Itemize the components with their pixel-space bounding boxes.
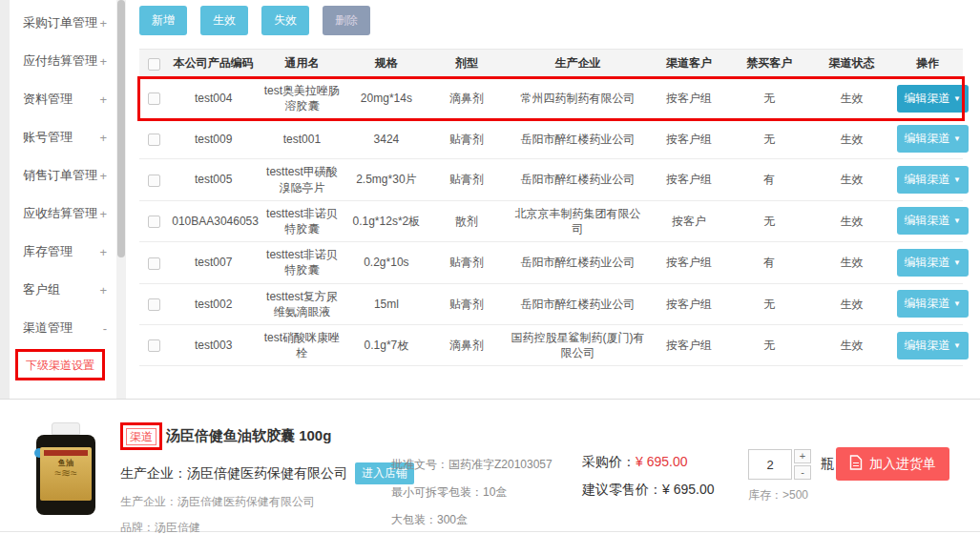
table-row: test004 test奥美拉唑肠溶胶囊 20mg*14s 滴鼻剂 常州四药制药…: [139, 78, 963, 119]
sidebar-scrollbar-thumb[interactable]: [117, 0, 125, 257]
sidebar-item[interactable]: 应收结算管理 +: [10, 195, 116, 233]
cell-dosage-form: 散剂: [427, 209, 506, 234]
sidebar-item-label: 账号管理: [23, 129, 73, 146]
add-to-cart-button[interactable]: 加入进货单: [836, 447, 949, 481]
sidebar-item[interactable]: 客户组 +: [10, 271, 116, 309]
cell-spec: 0.2g*10s: [345, 250, 427, 275]
edit-channel-button[interactable]: 编辑渠道 ▼: [897, 207, 969, 235]
col-header-manufacturer: 生产企业: [506, 51, 650, 75]
chevron-down-icon: ▼: [953, 299, 961, 308]
edit-channel-button[interactable]: 编辑渠道 ▼: [897, 290, 969, 318]
cell-channel-customer: 按客户组: [650, 127, 728, 152]
col-header-dosage-form: 剂型: [427, 51, 506, 75]
chevron-down-icon: ▼: [953, 94, 961, 103]
cell-generic-name: testtest非诺贝特胶囊: [259, 242, 345, 282]
col-header-actions: 操作: [893, 51, 963, 75]
sidebar-item[interactable]: 采购订单管理 +: [10, 4, 116, 42]
chevron-down-icon: ▼: [953, 175, 961, 184]
retail-price-value: ¥ 695.00: [662, 482, 715, 497]
sidebar-item-label: 渠道管理: [23, 319, 73, 337]
sidebar: 采购订单管理 + 应付结算管理 + 资料管理 + 账号管理 + 销售订单管理 +…: [10, 0, 116, 399]
cell-channel-status: 生效: [810, 209, 892, 234]
cell-channel-customer: 按客户组: [650, 292, 728, 317]
cell-manufacturer: 岳阳市醉红楼药业公司: [506, 292, 650, 317]
cell-spec: 15ml: [345, 292, 427, 317]
cell-dosage-form: 贴膏剂: [427, 292, 506, 317]
cell-dosage-form: 贴膏剂: [427, 167, 506, 192]
table-row: 010BAA3046053 testtest非诺贝特胶囊 0.1g*12s*2板…: [139, 201, 963, 242]
sidebar-item[interactable]: 渠道管理 -: [10, 309, 116, 347]
quantity-minus-button[interactable]: -: [794, 465, 811, 480]
cell-spec: 2.5mg*30片: [345, 167, 427, 192]
cell-channel-status: 生效: [810, 292, 892, 317]
edit-channel-button[interactable]: 编辑渠道 ▼: [897, 332, 969, 359]
chevron-down-icon: ▼: [953, 216, 961, 225]
table-row: test003 test硝酸咪康唑栓 0.1g*7枚 滴鼻剂 国药控股星鲨制药(…: [139, 325, 963, 366]
edit-channel-button[interactable]: 编辑渠道 ▼: [897, 166, 969, 194]
cell-generic-name: test001: [259, 127, 345, 152]
select-all-checkbox[interactable]: [148, 58, 160, 71]
activate-button[interactable]: 生效: [200, 6, 248, 35]
bottle-label: 鱼油 ≈≋≈: [40, 447, 92, 501]
row-checkbox[interactable]: [148, 298, 160, 311]
channel-table: 本公司产品编码 通用名 规格 剂型 生产企业 渠道客户 禁买客户 渠道状态 操作…: [139, 49, 963, 366]
sidebar-item-label: 客户组: [23, 281, 60, 298]
sidebar-item[interactable]: 销售订单管理 +: [10, 156, 116, 195]
sidebar-item[interactable]: 应付结算管理 +: [10, 42, 116, 80]
col-header-forbidden-customer: 禁买客户: [728, 51, 810, 75]
min-package-line: 最小可拆零包装：10盒: [391, 484, 573, 501]
cell-spec: 3424: [345, 127, 427, 152]
sidebar-item[interactable]: 资料管理 +: [10, 80, 116, 118]
toolbar: 新增 生效 失效 删除: [139, 6, 963, 35]
cell-channel-status: 生效: [810, 333, 892, 358]
add-button[interactable]: 新增: [139, 6, 187, 35]
brand-line: 品牌：汤臣倍健: [120, 520, 368, 534]
row-checkbox[interactable]: [148, 134, 160, 146]
quantity-input[interactable]: 2: [748, 449, 792, 480]
cell-generic-name: test硝酸咪康唑栓: [259, 325, 345, 365]
sidebar-scrollbar[interactable]: [116, 0, 126, 399]
row-checkbox[interactable]: [148, 257, 160, 270]
sidebar-item[interactable]: 账号管理 +: [10, 118, 116, 156]
cell-product-code: test007: [168, 250, 259, 275]
sidebar-item-lower-channel-settings[interactable]: 下级渠道设置: [26, 359, 94, 372]
row-checkbox[interactable]: [148, 92, 160, 105]
product-price-info: 采购价：¥ 695.00 建议零售价：¥ 695.00: [582, 454, 744, 531]
cell-forbidden-customer: 无: [728, 86, 810, 111]
cell-generic-name: testtest非诺贝特胶囊: [259, 201, 345, 241]
sidebar-item-label: 应收结算管理: [23, 205, 97, 222]
cell-manufacturer: 岳阳市醉红楼药业公司: [506, 127, 650, 152]
cell-forbidden-customer: 有: [728, 167, 810, 192]
deactivate-button[interactable]: 失效: [261, 6, 309, 35]
cell-forbidden-customer: 无: [728, 209, 810, 234]
row-checkbox[interactable]: [148, 216, 160, 228]
quantity-plus-button[interactable]: +: [794, 449, 811, 463]
edit-channel-button[interactable]: 编辑渠道 ▼: [897, 85, 969, 113]
cell-manufacturer: 国药控股星鲨制药(厦门)有限公司: [506, 325, 650, 365]
cell-product-code: 010BAA3046053: [168, 209, 259, 234]
edit-channel-button[interactable]: 编辑渠道 ▼: [897, 125, 969, 153]
expand-toggle-icon: +: [99, 54, 107, 69]
edit-channel-button[interactable]: 编辑渠道 ▼: [897, 249, 969, 277]
delete-button[interactable]: 删除: [323, 6, 370, 35]
cell-forbidden-customer: 无: [728, 292, 810, 317]
cell-dosage-form: 贴膏剂: [427, 127, 506, 152]
table-row: test005 testtest甲磺酸溴隐亭片 2.5mg*30片 贴膏剂 岳阳…: [139, 159, 963, 200]
page-left-margin: [0, 0, 10, 399]
sidebar-item[interactable]: 库存管理 +: [10, 233, 116, 271]
cell-channel-customer: 按客户组: [650, 250, 728, 275]
row-checkbox[interactable]: [148, 175, 160, 187]
stock-line: 库存：>500: [748, 487, 834, 503]
product-image: 鱼油 ≈≋≈: [32, 422, 99, 518]
chevron-down-icon: ▼: [953, 341, 961, 350]
cell-manufacturer: 岳阳市醉红楼药业公司: [506, 167, 650, 192]
table-row: test007 testtest非诺贝特胶囊 0.2g*10s 贴膏剂 岳阳市醉…: [139, 242, 963, 283]
manufacturer-line-secondary: 生产企业：汤臣倍健医药保健有限公司: [120, 494, 368, 510]
cell-dosage-form: 滴鼻剂: [427, 333, 506, 358]
row-checkbox[interactable]: [148, 339, 160, 352]
cell-channel-customer: 按客户: [650, 209, 728, 234]
document-icon: [849, 455, 863, 473]
big-package-line: 大包装：300盒: [391, 512, 573, 528]
col-header-generic-name: 通用名: [259, 51, 345, 75]
col-header-channel-customer: 渠道客户: [650, 51, 728, 75]
